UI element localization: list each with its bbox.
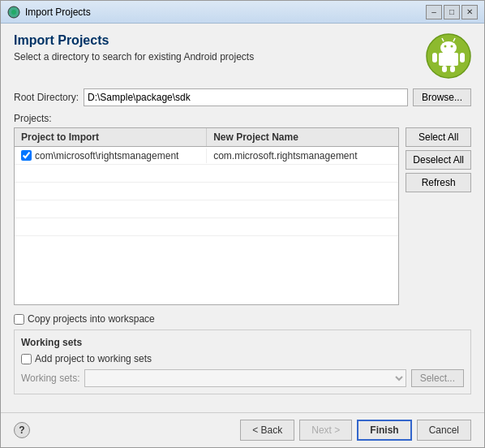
footer: ? < Back Next > Finish Cancel bbox=[1, 412, 484, 447]
title-bar: Import Projects – □ ✕ bbox=[1, 1, 484, 24]
add-project-checkbox[interactable] bbox=[21, 354, 32, 364]
root-directory-row: Root Directory: Browse... bbox=[14, 88, 471, 106]
root-directory-input[interactable] bbox=[84, 88, 408, 106]
close-button[interactable]: ✕ bbox=[461, 5, 478, 19]
working-sets-row: Working sets: Select... bbox=[21, 369, 464, 387]
copy-projects-label: Copy projects into workspace bbox=[28, 313, 155, 325]
back-button[interactable]: < Back bbox=[240, 420, 294, 441]
svg-rect-12 bbox=[450, 66, 455, 72]
svg-point-6 bbox=[451, 45, 453, 48]
table-header: Project to Import New Project Name bbox=[15, 128, 398, 147]
cancel-button[interactable]: Cancel bbox=[417, 420, 471, 441]
refresh-button[interactable]: Refresh bbox=[406, 173, 471, 192]
copy-projects-row: Copy projects into workspace bbox=[14, 313, 471, 325]
header-row: Import Projects Select a directory to se… bbox=[14, 33, 471, 79]
dialog-icon bbox=[7, 6, 20, 19]
dialog-content: Import Projects Select a directory to se… bbox=[1, 24, 484, 412]
svg-rect-3 bbox=[439, 53, 458, 66]
empty-row-1 bbox=[15, 165, 398, 183]
help-button[interactable]: ? bbox=[14, 422, 30, 438]
empty-row-3 bbox=[15, 200, 398, 218]
projects-area: Project to Import New Project Name com\m… bbox=[14, 127, 471, 305]
title-bar-text: Import Projects bbox=[25, 6, 426, 18]
svg-rect-11 bbox=[442, 66, 447, 72]
svg-rect-9 bbox=[432, 53, 437, 62]
add-project-label: Add project to working sets bbox=[35, 353, 152, 364]
select-all-button[interactable]: Select All bbox=[406, 127, 471, 147]
header-text: Import Projects Select a directory to se… bbox=[14, 33, 416, 62]
working-sets-select-button[interactable]: Select... bbox=[411, 369, 464, 387]
project-import-cell: com\microsoft\rightsmanagement bbox=[15, 149, 207, 163]
title-bar-controls: – □ ✕ bbox=[426, 5, 478, 19]
import-projects-dialog: Import Projects – □ ✕ Import Projects Se… bbox=[0, 0, 485, 448]
project-new-name-cell: com.microsoft.rightsmanagement bbox=[207, 149, 398, 163]
working-sets-dropdown[interactable] bbox=[84, 369, 406, 387]
col-header-new-name: New Project Name bbox=[207, 128, 398, 146]
svg-point-5 bbox=[444, 45, 447, 48]
svg-rect-10 bbox=[460, 53, 465, 62]
empty-row-2 bbox=[15, 183, 398, 200]
side-buttons: Select All Deselect All Refresh bbox=[406, 127, 471, 305]
empty-row-4 bbox=[15, 218, 398, 236]
project-import-name: com\microsoft\rightsmanagement bbox=[35, 150, 178, 162]
next-button[interactable]: Next > bbox=[299, 420, 352, 441]
working-sets-label: Working sets: bbox=[21, 373, 79, 384]
working-sets-section: Working sets Add project to working sets… bbox=[14, 330, 471, 394]
root-directory-label: Root Directory: bbox=[14, 92, 79, 103]
projects-table: Project to Import New Project Name com\m… bbox=[14, 127, 399, 305]
project-checkbox[interactable] bbox=[21, 150, 32, 161]
working-sets-title: Working sets bbox=[21, 337, 464, 348]
maximize-button[interactable]: □ bbox=[444, 5, 460, 19]
add-project-row: Add project to working sets bbox=[21, 353, 464, 364]
table-row[interactable]: com\microsoft\rightsmanagement com.micro… bbox=[15, 147, 398, 165]
svg-point-4 bbox=[440, 41, 457, 54]
dialog-subtitle: Select a directory to search for existin… bbox=[14, 51, 416, 62]
table-body: com\microsoft\rightsmanagement com.micro… bbox=[15, 147, 398, 304]
footer-buttons: < Back Next > Finish Cancel bbox=[240, 420, 471, 441]
projects-label: Projects: bbox=[14, 113, 471, 124]
android-logo bbox=[426, 33, 471, 79]
browse-button[interactable]: Browse... bbox=[413, 88, 471, 106]
copy-projects-checkbox[interactable] bbox=[14, 314, 24, 325]
col-header-project: Project to Import bbox=[15, 128, 207, 146]
svg-point-1 bbox=[11, 10, 16, 15]
dialog-title: Import Projects bbox=[14, 33, 416, 48]
project-new-name: com.microsoft.rightsmanagement bbox=[213, 150, 357, 162]
deselect-all-button[interactable]: Deselect All bbox=[406, 150, 471, 170]
finish-button[interactable]: Finish bbox=[357, 420, 411, 441]
minimize-button[interactable]: – bbox=[426, 5, 442, 19]
